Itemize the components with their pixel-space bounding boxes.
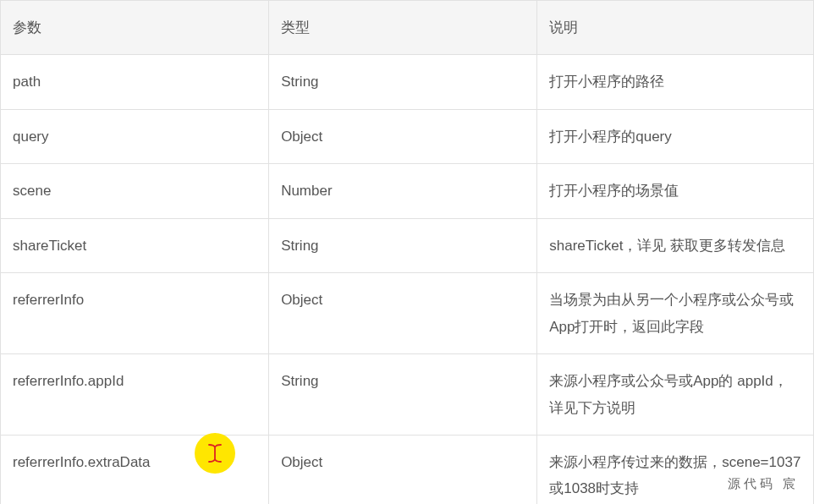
- cell-param: scene: [1, 164, 269, 218]
- cell-param: path: [1, 55, 269, 109]
- cell-param: query: [1, 109, 269, 163]
- cell-desc: 来源小程序或公众号或App的 appId，详见下方说明: [537, 354, 814, 436]
- cell-type: Object: [269, 435, 537, 504]
- cell-desc: shareTicket，详见 获取更多转发信息: [537, 218, 814, 272]
- table-row: referrerInfo Object 当场景为由从另一个小程序或公众号或App…: [1, 273, 814, 354]
- cell-desc: 打开小程序的query: [537, 109, 814, 163]
- text-cursor-icon: [207, 443, 223, 463]
- cell-type: String: [269, 218, 537, 272]
- cursor-highlight: [195, 433, 235, 474]
- cell-param: referrerInfo: [1, 273, 269, 354]
- cell-type: String: [269, 55, 537, 109]
- table-row: path String 打开小程序的路径: [1, 55, 814, 109]
- header-desc: 说明: [537, 1, 814, 55]
- params-table: 参数 类型 说明 path String 打开小程序的路径 query Obje…: [0, 0, 814, 504]
- table-row: referrerInfo.appId String 来源小程序或公众号或App的…: [1, 354, 814, 436]
- cell-type: String: [269, 354, 537, 436]
- table-row: scene Number 打开小程序的场景值: [1, 164, 814, 218]
- cell-type: Object: [269, 273, 537, 354]
- cell-param: referrerInfo.appId: [1, 354, 269, 436]
- header-param: 参数: [1, 1, 269, 55]
- cell-desc: 来源小程序传过来的数据，scene=1037或1038时支持: [537, 435, 814, 504]
- cell-param: shareTicket: [1, 218, 269, 272]
- table-row: referrerInfo.extraData Object 来源小程序传过来的数…: [1, 435, 814, 504]
- cell-desc: 打开小程序的路径: [537, 55, 814, 109]
- table-header-row: 参数 类型 说明: [1, 1, 814, 55]
- header-type: 类型: [269, 1, 537, 55]
- watermark: 源代码 宸: [728, 476, 799, 492]
- cell-desc: 打开小程序的场景值: [537, 164, 814, 218]
- cell-type: Number: [269, 164, 537, 218]
- cell-type: Object: [269, 109, 537, 163]
- cell-desc: 当场景为由从另一个小程序或公众号或App打开时，返回此字段: [537, 273, 814, 354]
- table-row: query Object 打开小程序的query: [1, 109, 814, 163]
- table-row: shareTicket String shareTicket，详见 获取更多转发…: [1, 218, 814, 272]
